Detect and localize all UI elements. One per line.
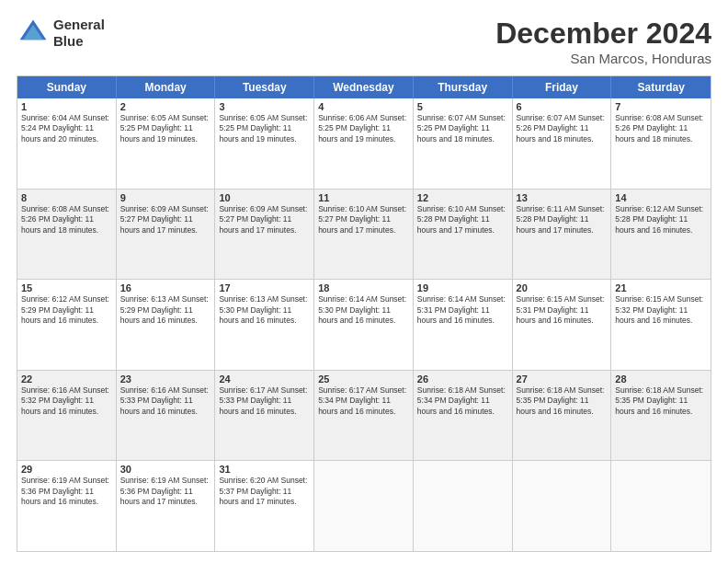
day-number: 6 xyxy=(517,101,608,112)
day-number: 1 xyxy=(21,101,112,112)
day-number: 20 xyxy=(517,282,608,293)
cell-details: Sunrise: 6:13 AM Sunset: 5:29 PM Dayligh… xyxy=(120,294,211,326)
calendar-cell: 27Sunrise: 6:18 AM Sunset: 5:35 PM Dayli… xyxy=(513,371,612,461)
calendar-cell: 15Sunrise: 6:12 AM Sunset: 5:29 PM Dayli… xyxy=(17,280,117,370)
day-number: 11 xyxy=(318,192,409,203)
calendar-cell: 13Sunrise: 6:11 AM Sunset: 5:28 PM Dayli… xyxy=(513,190,612,280)
day-number: 3 xyxy=(219,101,310,112)
calendar-cell: 1Sunrise: 6:04 AM Sunset: 5:24 PM Daylig… xyxy=(17,98,117,189)
cell-details: Sunrise: 6:12 AM Sunset: 5:29 PM Dayligh… xyxy=(21,294,112,326)
header-wednesday: Wednesday xyxy=(314,76,414,98)
day-number: 26 xyxy=(417,373,508,385)
day-number: 21 xyxy=(615,282,707,293)
calendar-cell: 30Sunrise: 6:19 AM Sunset: 5:36 PM Dayli… xyxy=(117,461,216,551)
day-number: 8 xyxy=(21,192,112,203)
cell-details: Sunrise: 6:04 AM Sunset: 5:24 PM Dayligh… xyxy=(21,113,112,144)
day-number: 7 xyxy=(615,101,707,112)
calendar-cell: 22Sunrise: 6:16 AM Sunset: 5:32 PM Dayli… xyxy=(17,371,117,461)
calendar-cell: 24Sunrise: 6:17 AM Sunset: 5:33 PM Dayli… xyxy=(215,371,314,461)
calendar-body: 1Sunrise: 6:04 AM Sunset: 5:24 PM Daylig… xyxy=(17,98,711,551)
cell-details: Sunrise: 6:12 AM Sunset: 5:28 PM Dayligh… xyxy=(615,204,707,236)
cell-details: Sunrise: 6:19 AM Sunset: 5:36 PM Dayligh… xyxy=(21,476,112,507)
day-number: 13 xyxy=(517,192,608,203)
calendar-header: Sunday Monday Tuesday Wednesday Thursday… xyxy=(17,76,711,98)
header-monday: Monday xyxy=(117,76,216,98)
day-number: 4 xyxy=(318,101,409,112)
calendar-cell xyxy=(314,461,414,551)
calendar-cell xyxy=(513,461,612,551)
calendar-cell: 20Sunrise: 6:15 AM Sunset: 5:31 PM Dayli… xyxy=(513,280,612,370)
cell-details: Sunrise: 6:07 AM Sunset: 5:26 PM Dayligh… xyxy=(517,113,608,144)
day-number: 10 xyxy=(219,192,310,203)
day-number: 19 xyxy=(417,282,508,293)
cell-details: Sunrise: 6:08 AM Sunset: 5:26 PM Dayligh… xyxy=(21,204,112,236)
title-month: December 2024 xyxy=(495,17,711,51)
day-number: 28 xyxy=(615,373,707,385)
day-number: 12 xyxy=(417,192,508,203)
calendar-cell: 7Sunrise: 6:08 AM Sunset: 5:26 PM Daylig… xyxy=(611,98,711,189)
day-number: 25 xyxy=(318,373,409,385)
logo-line2: Blue xyxy=(53,33,105,50)
cell-details: Sunrise: 6:17 AM Sunset: 5:33 PM Dayligh… xyxy=(219,385,310,417)
calendar-row-1: 1Sunrise: 6:04 AM Sunset: 5:24 PM Daylig… xyxy=(17,98,711,189)
logo: General Blue xyxy=(17,17,105,50)
cell-details: Sunrise: 6:15 AM Sunset: 5:32 PM Dayligh… xyxy=(615,294,707,326)
calendar-cell: 2Sunrise: 6:05 AM Sunset: 5:25 PM Daylig… xyxy=(117,98,216,189)
calendar-cell xyxy=(414,461,513,551)
calendar-row-5: 29Sunrise: 6:19 AM Sunset: 5:36 PM Dayli… xyxy=(17,460,711,551)
day-number: 5 xyxy=(417,101,508,112)
day-number: 2 xyxy=(120,101,211,112)
day-number: 18 xyxy=(318,282,409,293)
calendar-cell: 31Sunrise: 6:20 AM Sunset: 5:37 PM Dayli… xyxy=(215,461,314,551)
calendar-cell: 14Sunrise: 6:12 AM Sunset: 5:28 PM Dayli… xyxy=(611,190,711,280)
header-thursday: Thursday xyxy=(414,76,513,98)
cell-details: Sunrise: 6:15 AM Sunset: 5:31 PM Dayligh… xyxy=(517,294,608,326)
cell-details: Sunrise: 6:09 AM Sunset: 5:27 PM Dayligh… xyxy=(219,204,310,236)
calendar-cell: 19Sunrise: 6:14 AM Sunset: 5:31 PM Dayli… xyxy=(414,280,513,370)
day-number: 31 xyxy=(219,464,310,475)
cell-details: Sunrise: 6:16 AM Sunset: 5:32 PM Dayligh… xyxy=(21,385,112,417)
day-number: 9 xyxy=(120,192,211,203)
calendar-cell: 21Sunrise: 6:15 AM Sunset: 5:32 PM Dayli… xyxy=(611,280,711,370)
cell-details: Sunrise: 6:16 AM Sunset: 5:33 PM Dayligh… xyxy=(120,385,211,417)
cell-details: Sunrise: 6:05 AM Sunset: 5:25 PM Dayligh… xyxy=(120,113,211,144)
day-number: 24 xyxy=(219,373,310,385)
header-tuesday: Tuesday xyxy=(215,76,314,98)
header-sunday: Sunday xyxy=(17,76,117,98)
calendar-cell: 28Sunrise: 6:18 AM Sunset: 5:35 PM Dayli… xyxy=(611,371,711,461)
calendar-row-3: 15Sunrise: 6:12 AM Sunset: 5:29 PM Dayli… xyxy=(17,279,711,370)
calendar-cell: 17Sunrise: 6:13 AM Sunset: 5:30 PM Dayli… xyxy=(215,280,314,370)
calendar-cell: 26Sunrise: 6:18 AM Sunset: 5:34 PM Dayli… xyxy=(414,371,513,461)
calendar-cell: 4Sunrise: 6:06 AM Sunset: 5:25 PM Daylig… xyxy=(314,98,414,189)
logo-icon xyxy=(17,17,50,50)
day-number: 22 xyxy=(21,373,112,385)
calendar-cell: 23Sunrise: 6:16 AM Sunset: 5:33 PM Dayli… xyxy=(117,371,216,461)
calendar-cell: 25Sunrise: 6:17 AM Sunset: 5:34 PM Dayli… xyxy=(314,371,414,461)
day-number: 30 xyxy=(120,464,211,475)
cell-details: Sunrise: 6:20 AM Sunset: 5:37 PM Dayligh… xyxy=(219,476,310,507)
cell-details: Sunrise: 6:05 AM Sunset: 5:25 PM Dayligh… xyxy=(219,113,310,144)
header-saturday: Saturday xyxy=(611,76,711,98)
day-number: 16 xyxy=(120,282,211,293)
cell-details: Sunrise: 6:10 AM Sunset: 5:28 PM Dayligh… xyxy=(417,204,508,236)
day-number: 29 xyxy=(21,464,112,475)
cell-details: Sunrise: 6:18 AM Sunset: 5:35 PM Dayligh… xyxy=(517,385,608,417)
page: General Blue December 2024 San Marcos, H… xyxy=(0,0,728,563)
cell-details: Sunrise: 6:18 AM Sunset: 5:34 PM Dayligh… xyxy=(417,385,508,417)
title-block: December 2024 San Marcos, Honduras xyxy=(495,17,711,66)
calendar-cell: 3Sunrise: 6:05 AM Sunset: 5:25 PM Daylig… xyxy=(215,98,314,189)
calendar-cell xyxy=(611,461,711,551)
cell-details: Sunrise: 6:14 AM Sunset: 5:31 PM Dayligh… xyxy=(417,294,508,326)
calendar-cell: 12Sunrise: 6:10 AM Sunset: 5:28 PM Dayli… xyxy=(414,190,513,280)
calendar-cell: 11Sunrise: 6:10 AM Sunset: 5:27 PM Dayli… xyxy=(314,190,414,280)
calendar-row-4: 22Sunrise: 6:16 AM Sunset: 5:32 PM Dayli… xyxy=(17,370,711,461)
cell-details: Sunrise: 6:14 AM Sunset: 5:30 PM Dayligh… xyxy=(318,294,409,326)
cell-details: Sunrise: 6:07 AM Sunset: 5:25 PM Dayligh… xyxy=(417,113,508,144)
day-number: 15 xyxy=(21,282,112,293)
calendar-cell: 5Sunrise: 6:07 AM Sunset: 5:25 PM Daylig… xyxy=(414,98,513,189)
cell-details: Sunrise: 6:18 AM Sunset: 5:35 PM Dayligh… xyxy=(615,385,707,417)
day-number: 27 xyxy=(517,373,608,385)
header-friday: Friday xyxy=(513,76,612,98)
calendar: Sunday Monday Tuesday Wednesday Thursday… xyxy=(17,75,711,552)
calendar-cell: 18Sunrise: 6:14 AM Sunset: 5:30 PM Dayli… xyxy=(314,280,414,370)
